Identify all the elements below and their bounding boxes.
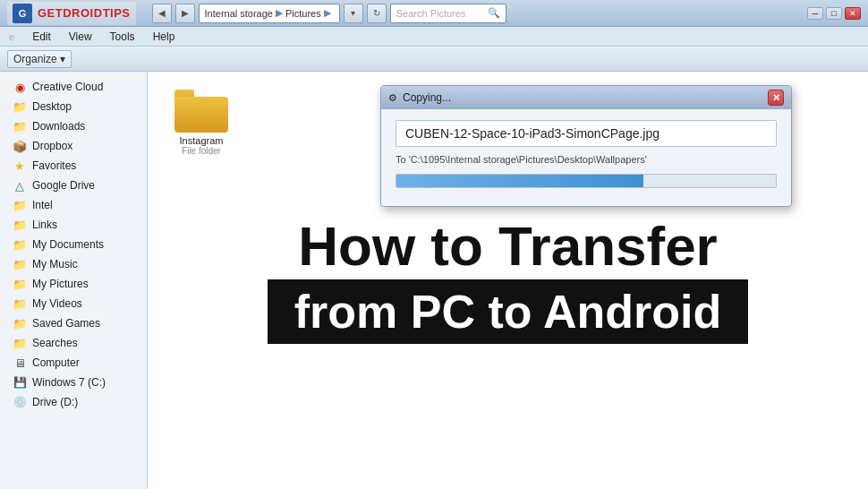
sidebar-item-downloads[interactable]: 📁 Downloads	[0, 116, 147, 136]
folder-name: Instagram	[180, 135, 224, 146]
computer-icon: 🖥	[13, 356, 27, 370]
folder-type: File folder	[182, 146, 221, 156]
sidebar-item-my-pictures[interactable]: 📁 My Pictures	[0, 274, 147, 294]
my-documents-icon: 📁	[13, 237, 27, 252]
sidebar-label-downloads: Downloads	[32, 120, 85, 133]
sidebar-label-drive-d: Drive (D:)	[32, 396, 78, 408]
windows-drive-icon: 💾	[13, 375, 27, 390]
minimize-button[interactable]: ─	[807, 7, 823, 20]
sidebar-label-my-videos: My Videos	[32, 297, 82, 310]
sidebar-item-dropbox[interactable]: 📦 Dropbox	[0, 136, 147, 156]
progress-bar-track	[396, 174, 777, 188]
breadcrumb-arrow-2: ▶	[324, 7, 331, 19]
intel-folder-icon: 📁	[13, 198, 27, 212]
sidebar-label-saved-games: Saved Games	[32, 317, 100, 330]
address-bar: ◀ ▶ Internal storage ▶ Pictures ▶ ▾ ↻ Se…	[152, 4, 506, 23]
sidebar-item-my-documents[interactable]: 📁 My Documents	[0, 235, 147, 254]
close-button[interactable]: ✕	[845, 7, 861, 20]
menu-tools[interactable]: Tools	[106, 30, 139, 44]
sidebar-label-intel: Intel	[32, 199, 53, 211]
breadcrumb-nav[interactable]: Internal storage ▶ Pictures ▶	[199, 4, 340, 23]
sidebar-item-my-videos[interactable]: 📁 My Videos	[0, 294, 147, 313]
toolbar: Organize ▾	[0, 47, 868, 72]
sidebar-label-my-music: My Music	[32, 258, 78, 270]
logo-area: G GETDROIDTIPS	[7, 2, 136, 25]
back-button[interactable]: ◀	[152, 4, 172, 23]
sidebar-item-desktop[interactable]: 📁 Desktop	[0, 97, 147, 116]
dialog-title-icon: ⚙	[388, 92, 397, 104]
menu-bar: e Edit View Tools Help	[0, 27, 868, 47]
google-drive-icon: △	[13, 178, 27, 193]
overlay-headline: How to Transfer	[298, 217, 718, 275]
menu-file[interactable]: e	[5, 30, 18, 43]
folder-icon	[174, 90, 228, 133]
organize-label: Organize	[13, 53, 57, 65]
maximize-button[interactable]: □	[826, 7, 842, 20]
sidebar-item-google-drive[interactable]: △ Google Drive	[0, 176, 147, 195]
breadcrumb-internal: Internal storage	[205, 8, 273, 19]
sidebar-item-windows7[interactable]: 💾 Windows 7 (C:)	[0, 373, 147, 392]
sidebar-item-my-music[interactable]: 📁 My Music	[0, 254, 147, 274]
sidebar-label-dropbox: Dropbox	[32, 140, 72, 152]
sidebar-item-intel[interactable]: 📁 Intel	[0, 195, 147, 215]
sidebar-label-windows7: Windows 7 (C:)	[32, 376, 106, 389]
sidebar-label-google-drive: Google Drive	[32, 179, 95, 192]
dialog-title-bar: ⚙ Copying... ✕	[381, 86, 791, 109]
title-bar-left: G GETDROIDTIPS ◀ ▶ Internal storage ▶ Pi…	[7, 2, 515, 25]
menu-edit[interactable]: Edit	[29, 30, 55, 44]
breadcrumb-arrow-1: ▶	[276, 7, 283, 19]
search-box[interactable]: Search Pictures 🔍	[390, 4, 506, 23]
menu-help[interactable]: Help	[149, 30, 179, 44]
sidebar-label-creative-cloud: Creative Cloud	[32, 81, 103, 93]
sidebar-item-favorites[interactable]: ★ Favorites	[0, 156, 147, 176]
overlay-subheadline: from PC to Android	[294, 285, 722, 339]
logo-icon: G	[13, 4, 32, 23]
forward-button[interactable]: ▶	[175, 4, 195, 23]
overlay-subheadline-box: from PC to Android	[268, 279, 749, 344]
saved-games-icon: 📁	[13, 316, 27, 330]
dropdown-button[interactable]: ▾	[344, 4, 363, 23]
desktop-folder-icon: 📁	[13, 99, 27, 114]
dialog-title-label: Copying...	[403, 91, 451, 104]
search-placeholder: Search Pictures	[396, 8, 466, 19]
dialog-body: CUBEN-12-Space-10-iPad3-SimonCPage.jpg T…	[381, 109, 791, 206]
creative-cloud-icon: ◉	[13, 80, 27, 94]
drive-d-icon: 💿	[13, 395, 27, 409]
sidebar-label-my-documents: My Documents	[32, 238, 104, 251]
searches-icon: 📁	[13, 336, 27, 350]
my-pictures-icon: 📁	[13, 277, 27, 291]
folder-body	[174, 97, 228, 133]
my-videos-icon: 📁	[13, 296, 27, 311]
copy-dialog: ⚙ Copying... ✕ CUBEN-12-Space-10-iPad3-S…	[380, 85, 792, 207]
window-controls: ─ □ ✕	[807, 7, 861, 20]
sidebar-item-computer[interactable]: 🖥 Computer	[0, 353, 147, 373]
progress-bar-fill	[396, 175, 643, 187]
instagram-folder[interactable]: Instagram File folder	[166, 90, 237, 156]
downloads-folder-icon: 📁	[13, 119, 27, 133]
dropbox-icon: 📦	[13, 139, 27, 153]
logo-text: GETDROIDTIPS	[38, 6, 131, 20]
sidebar-item-drive-d[interactable]: 💿 Drive (D:)	[0, 392, 147, 412]
dialog-destination: To 'C:\1095\Internal storage\Pictures\De…	[396, 154, 777, 165]
menu-view[interactable]: View	[65, 30, 96, 44]
sidebar-item-searches[interactable]: 📁 Searches	[0, 333, 147, 353]
sidebar-label-searches: Searches	[32, 337, 78, 349]
dialog-close-button[interactable]: ✕	[768, 90, 784, 106]
organize-dropdown-icon: ▾	[60, 53, 65, 65]
links-folder-icon: 📁	[13, 218, 27, 232]
sidebar-label-desktop: Desktop	[32, 100, 72, 113]
sidebar-item-creative-cloud[interactable]: ◉ Creative Cloud	[0, 77, 147, 97]
search-icon: 🔍	[488, 7, 500, 19]
breadcrumb-pictures: Pictures	[285, 8, 321, 19]
sidebar-item-saved-games[interactable]: 📁 Saved Games	[0, 313, 147, 333]
sidebar-item-links[interactable]: 📁 Links	[0, 215, 147, 235]
favorites-icon: ★	[13, 159, 27, 173]
sidebar-label-links: Links	[32, 219, 57, 231]
title-bar: G GETDROIDTIPS ◀ ▶ Internal storage ▶ Pi…	[0, 0, 868, 27]
dialog-title-text: ⚙ Copying...	[388, 91, 451, 104]
sidebar-label-my-pictures: My Pictures	[32, 278, 89, 290]
my-music-icon: 📁	[13, 257, 27, 271]
refresh-button[interactable]: ↻	[367, 4, 387, 23]
sidebar-label-computer: Computer	[32, 356, 80, 369]
organize-button[interactable]: Organize ▾	[7, 50, 72, 68]
